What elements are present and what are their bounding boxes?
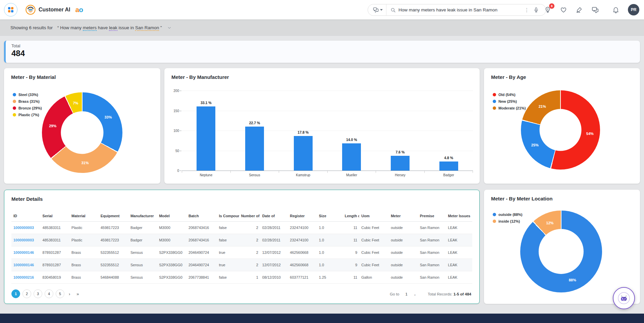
column-header[interactable]: Size xyxy=(317,211,343,222)
table-cell: outside xyxy=(389,222,418,234)
bar-value-label: 22.7 % xyxy=(249,121,260,125)
chatbot-launcher-button[interactable] xyxy=(613,287,635,309)
top-header: Customer AI ao ⋮ xyxy=(0,0,644,19)
bar-column: 14.0 % xyxy=(327,91,376,171)
bar-column: 17.8 % xyxy=(279,91,327,171)
meter-id-link[interactable]: 1000000146 xyxy=(11,246,41,259)
column-header[interactable]: Register xyxy=(288,211,317,222)
column-header[interactable]: Length of xyxy=(343,211,359,222)
column-header[interactable]: Model xyxy=(157,211,186,222)
column-header[interactable]: Uom xyxy=(359,211,389,222)
table-cell: Gallon xyxy=(359,271,389,284)
table-cell: 462560668 xyxy=(288,259,317,271)
page-button-2[interactable]: 2 xyxy=(22,289,31,298)
meter-id-link[interactable]: 1000000003 xyxy=(11,234,41,246)
bar-column: 22.7 % xyxy=(230,91,279,171)
legend-item[interactable]: New (25%) xyxy=(493,99,526,103)
table-row: 1000000003485383311Plastic459817223Badge… xyxy=(11,234,472,246)
table-cell: Sensus xyxy=(128,259,157,271)
search-mode-selector[interactable] xyxy=(368,4,386,15)
last-page-icon[interactable]: » xyxy=(74,291,81,296)
meter-id-link[interactable]: 1000000146 xyxy=(11,259,41,271)
x-axis-tick xyxy=(425,171,473,173)
goto-label: Go to xyxy=(390,292,399,296)
query-part: leak xyxy=(109,25,117,31)
column-header[interactable]: Serial xyxy=(41,211,70,222)
bar[interactable] xyxy=(439,162,458,171)
legend-item[interactable]: outside (88%) xyxy=(493,213,523,217)
table-cell: San Ramon xyxy=(418,246,446,259)
column-header[interactable]: Equipment xyxy=(99,211,128,222)
search-input[interactable] xyxy=(398,7,520,12)
next-page-icon[interactable]: › xyxy=(67,291,72,296)
column-header[interactable]: Manufacturer xyxy=(128,211,157,222)
donut-slice-label: 12% xyxy=(546,221,553,225)
bar[interactable] xyxy=(391,156,410,171)
legend-item[interactable]: Bronze (29%) xyxy=(13,106,42,110)
column-header[interactable]: Date of xyxy=(260,211,288,222)
legend-item[interactable]: Moderate (21%) xyxy=(493,106,526,110)
page-button-3[interactable]: 3 xyxy=(34,289,42,298)
insights-button[interactable]: 8 xyxy=(544,6,551,13)
legend-dot-icon xyxy=(13,113,16,117)
alerts-button[interactable] xyxy=(612,6,620,13)
annotate-button[interactable] xyxy=(576,6,583,13)
legend-item[interactable]: Steel (33%) xyxy=(13,93,42,97)
page-button-5[interactable]: 5 xyxy=(56,289,64,298)
chart-card-material: Meter - By Material Steel (33%)Brass (31… xyxy=(4,68,160,184)
legend-dot-icon xyxy=(493,93,496,96)
legend-label: Moderate (21%) xyxy=(498,106,526,110)
table-cell: 2046490724 xyxy=(186,259,217,271)
meter-id-link[interactable]: 1000000003 xyxy=(11,222,41,234)
table-cell: 2 xyxy=(239,234,260,246)
bar[interactable] xyxy=(245,127,264,171)
table-row: 1000000146878931287Brass532355512SensusS… xyxy=(11,259,472,271)
conversations-button[interactable] xyxy=(591,6,599,14)
x-axis-category-label: Hersey xyxy=(376,173,425,177)
table-cell: M3000 xyxy=(157,234,186,246)
bar[interactable] xyxy=(197,106,215,171)
table-cell: true xyxy=(217,246,239,259)
column-header[interactable]: Is Compound xyxy=(217,211,239,222)
search-options-kebab-icon[interactable]: ⋮ xyxy=(523,7,531,13)
meter-id-link[interactable]: 1000000216 xyxy=(11,271,41,284)
legend-item[interactable]: Old (54%) xyxy=(493,93,526,97)
column-header[interactable]: Batch xyxy=(186,211,217,222)
table-cell: 2068743416 xyxy=(186,222,217,234)
table-cell: 459817223 xyxy=(99,234,128,246)
legend-item[interactable]: Brass (31%) xyxy=(13,99,42,103)
column-header[interactable]: Meter xyxy=(389,211,418,222)
user-avatar[interactable]: PR xyxy=(628,4,639,15)
column-header[interactable]: Premise xyxy=(418,211,446,222)
bar[interactable] xyxy=(294,136,313,171)
x-axis-tick xyxy=(328,171,376,173)
column-header[interactable]: Material xyxy=(69,211,99,222)
microphone-icon[interactable] xyxy=(533,7,539,13)
query-part: issue in xyxy=(117,25,135,30)
results-caret-icon[interactable] xyxy=(167,26,172,30)
favorites-button[interactable] xyxy=(560,6,567,13)
table-cell: Cubic Feet xyxy=(359,246,389,259)
x-axis-category-label: Sensus xyxy=(230,173,279,177)
legend-item[interactable]: Plastic (7%) xyxy=(13,113,42,117)
column-header[interactable]: ID xyxy=(11,211,41,222)
goto-caret-icon[interactable]: ⌄ xyxy=(414,292,416,296)
app-launcher-button[interactable] xyxy=(4,3,17,16)
table-cell: false xyxy=(217,222,239,234)
x-axis-labels: NeptuneSensusKamstrupMuellerHerseyBadger xyxy=(182,173,473,177)
page-button-4[interactable]: 4 xyxy=(45,289,53,298)
goto-page-value[interactable]: 1 xyxy=(402,292,410,296)
table-cell: 11 xyxy=(343,271,359,284)
legend-item[interactable]: inside (12%) xyxy=(493,219,523,223)
bar-column: 7.6 % xyxy=(376,91,425,171)
legend-label: Plastic (7%) xyxy=(18,113,39,117)
page-button-1[interactable]: 1 xyxy=(11,289,20,298)
table-title: Meter Details xyxy=(11,196,43,202)
y-axis-tick-label: 0 xyxy=(166,169,179,173)
legend-dot-icon xyxy=(493,213,496,216)
donut-slice-label: 54% xyxy=(586,132,594,136)
bar[interactable] xyxy=(342,143,361,171)
column-header[interactable]: Number of xyxy=(239,211,260,222)
column-header[interactable]: Meter Issues xyxy=(446,211,472,222)
table-cell: 2068743416 xyxy=(186,234,217,246)
